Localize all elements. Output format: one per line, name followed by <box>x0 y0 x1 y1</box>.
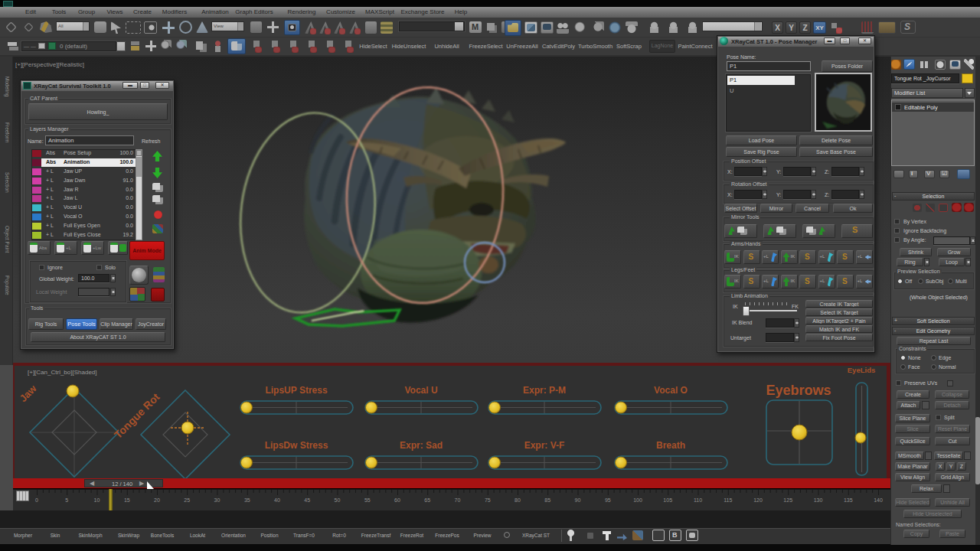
svg-text:45: 45 <box>304 497 310 503</box>
svg-text:135: 135 <box>844 497 853 503</box>
svg-text:120: 120 <box>753 497 763 503</box>
svg-text:140: 140 <box>874 497 883 503</box>
svg-text:Vocal U: Vocal U <box>404 385 437 396</box>
svg-text:EyeLids: EyeLids <box>848 366 875 374</box>
svg-text:60: 60 <box>394 497 400 503</box>
svg-text:95: 95 <box>605 497 611 503</box>
svg-text:15: 15 <box>124 497 130 503</box>
svg-text:LipsDw Stress: LipsDw Stress <box>265 440 328 451</box>
svg-text:70: 70 <box>455 497 461 503</box>
svg-text:110: 110 <box>694 497 702 503</box>
svg-text:130: 130 <box>814 497 823 503</box>
svg-text:Tongue Rot: Tongue Rot <box>112 390 162 441</box>
svg-text:LipsUP Stress: LipsUP Stress <box>265 385 327 396</box>
svg-text:105: 105 <box>663 497 672 503</box>
svg-text:Breath: Breath <box>656 440 685 451</box>
svg-text:0: 0 <box>35 497 38 503</box>
svg-text:65: 65 <box>424 497 430 503</box>
svg-text:Expr: Sad: Expr: Sad <box>400 440 443 451</box>
svg-text:55: 55 <box>364 497 371 503</box>
svg-text:Vocal O: Vocal O <box>654 385 688 396</box>
svg-text:115: 115 <box>724 497 732 503</box>
svg-text:Eyebrows: Eyebrows <box>766 383 831 398</box>
svg-text:75: 75 <box>485 497 491 503</box>
svg-text:50: 50 <box>335 497 341 503</box>
svg-text:Expr: V-F: Expr: V-F <box>524 440 565 451</box>
svg-text:30: 30 <box>214 497 220 503</box>
svg-text:80: 80 <box>514 497 521 503</box>
svg-text:5: 5 <box>65 497 68 503</box>
svg-text:90: 90 <box>575 497 581 503</box>
svg-text:Jaw: Jaw <box>18 383 40 405</box>
svg-text:25: 25 <box>184 497 190 503</box>
svg-text:Expr: P-M: Expr: P-M <box>523 385 566 396</box>
svg-text:85: 85 <box>544 497 550 503</box>
svg-text:35: 35 <box>244 497 250 503</box>
svg-text:20: 20 <box>154 497 160 503</box>
svg-text:40: 40 <box>274 497 280 503</box>
svg-text:10: 10 <box>94 497 100 503</box>
svg-text:125: 125 <box>783 497 792 503</box>
svg-text:100: 100 <box>633 497 642 503</box>
